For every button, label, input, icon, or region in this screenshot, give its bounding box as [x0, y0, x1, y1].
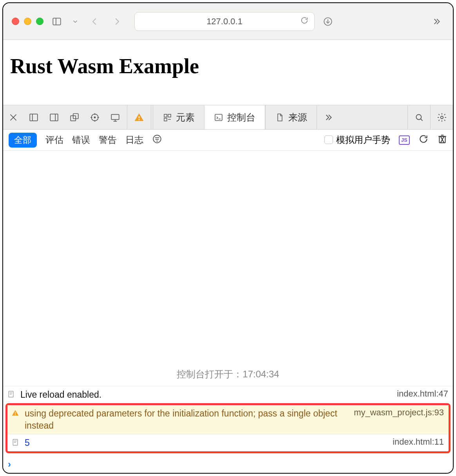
svg-point-22 [139, 119, 140, 120]
console-message: using deprecated parameters for the init… [25, 407, 350, 432]
page-icon [7, 390, 16, 400]
svg-point-29 [416, 114, 421, 119]
console-opened-label: 控制台打开于：17:04:34 [3, 365, 453, 386]
address-text: 127.0.0.1 [206, 16, 242, 27]
svg-rect-0 [53, 18, 61, 25]
filter-menu-button[interactable] [152, 134, 162, 146]
devtools-search-button[interactable] [407, 105, 430, 129]
console-reload-button[interactable] [418, 134, 429, 146]
console-clear-button[interactable] [437, 134, 447, 146]
console-body: 控制台打开于：17:04:34 Live reload enabled. ind… [3, 151, 453, 473]
filter-warnings[interactable]: 警告 [99, 134, 117, 146]
console-row[interactable]: using deprecated parameters for the init… [7, 405, 449, 434]
page-content: Rust Wasm Example [3, 40, 453, 83]
filter-eval[interactable]: 评估 [45, 134, 63, 146]
svg-line-30 [420, 119, 422, 121]
svg-rect-6 [30, 114, 38, 121]
svg-rect-23 [164, 114, 167, 117]
devtools-tabbar: 元素 控制台 来源 [3, 105, 453, 130]
highlighted-rows: using deprecated parameters for the init… [5, 403, 451, 453]
gesture-checkbox[interactable]: 模拟用户手势 [324, 134, 390, 146]
reload-button[interactable] [300, 16, 309, 27]
filter-all[interactable]: 全部 [9, 133, 37, 148]
tab-elements-label: 元素 [176, 111, 195, 124]
tab-console[interactable]: 控制台 [204, 105, 265, 129]
devtools-panel: 元素 控制台 来源 全部 评估 错误 [3, 105, 453, 473]
responsive-mode-button[interactable] [105, 112, 125, 123]
browser-window: 127.0.0.1 Rust Wasm Example [2, 2, 454, 474]
console-source-link[interactable]: index.html:47 [397, 389, 448, 399]
js-context-button[interactable]: JS [399, 135, 410, 145]
forward-button[interactable] [109, 17, 126, 26]
tab-sources-label: 来源 [288, 111, 307, 124]
svg-point-31 [440, 116, 443, 119]
console-message: 5 [25, 437, 389, 449]
prompt-caret-icon: › [8, 459, 11, 470]
back-button[interactable] [86, 17, 103, 26]
browser-toolbar: 127.0.0.1 [3, 3, 453, 40]
tab-console-label: 控制台 [227, 111, 255, 124]
console-row[interactable]: 5 index.html:11 [7, 434, 449, 451]
devtools-tabs-overflow[interactable] [317, 105, 339, 129]
element-picker-button[interactable] [85, 112, 105, 123]
svg-point-17 [94, 117, 95, 118]
console-message: Live reload enabled. [20, 389, 393, 401]
svg-rect-24 [164, 118, 167, 121]
console-row[interactable]: Live reload enabled. index.html:47 [3, 386, 453, 403]
svg-rect-25 [168, 114, 171, 117]
filter-errors[interactable]: 错误 [72, 134, 90, 146]
address-bar[interactable]: 127.0.0.1 [134, 12, 315, 31]
window-controls [12, 18, 43, 25]
issues-warning-icon[interactable] [129, 105, 149, 129]
tab-elements[interactable]: 元素 [153, 105, 204, 129]
minimize-window-button[interactable] [24, 18, 31, 25]
console-filter-bar: 全部 评估 错误 警告 日志 模拟用户手势 JS [3, 130, 453, 151]
page-icon [11, 438, 21, 449]
devtools-close-button[interactable] [3, 112, 24, 123]
dock-left-button[interactable] [24, 112, 44, 123]
console-source-link[interactable]: index.html:11 [393, 437, 444, 447]
gesture-checkbox-label: 模拟用户手势 [336, 135, 390, 145]
undock-button[interactable] [64, 112, 85, 123]
tab-group-dropdown[interactable] [70, 18, 80, 25]
page-title: Rust Wasm Example [10, 54, 446, 78]
console-source-link[interactable]: my_wasm_project.js:93 [354, 407, 444, 418]
devtools-settings-button[interactable] [430, 105, 453, 129]
toolbar-overflow-button[interactable] [429, 14, 444, 29]
close-window-button[interactable] [12, 18, 19, 25]
tab-sources[interactable]: 来源 [265, 105, 317, 129]
sidebar-toggle-button[interactable] [49, 14, 65, 29]
console-scroll[interactable]: 控制台打开于：17:04:34 Live reload enabled. ind… [3, 151, 453, 473]
dock-right-button[interactable] [44, 112, 64, 123]
console-prompt[interactable]: › [3, 456, 453, 473]
fullscreen-window-button[interactable] [36, 18, 43, 25]
warning-icon [11, 409, 21, 419]
downloads-button[interactable] [320, 14, 336, 29]
svg-rect-27 [215, 114, 222, 121]
svg-rect-8 [50, 114, 58, 121]
svg-point-32 [153, 135, 161, 143]
filter-logs[interactable]: 日志 [125, 134, 143, 146]
svg-point-45 [15, 414, 16, 415]
svg-rect-18 [111, 114, 119, 119]
